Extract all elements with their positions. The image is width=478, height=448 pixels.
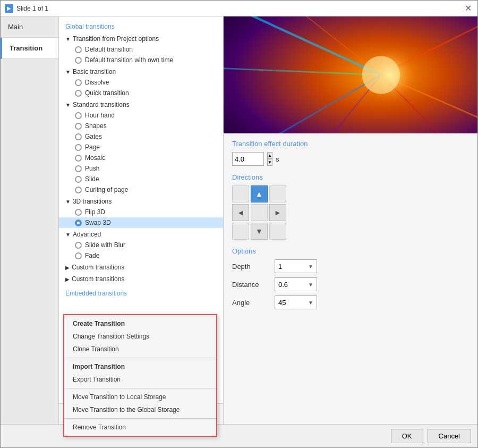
angle-select[interactable]: 45 ▼ [275,295,317,309]
duration-label: Transition effect duration [232,140,469,148]
depth-label: Depth [232,263,269,271]
arrow-icon: ▼ [65,199,71,205]
depth-select[interactable]: 1 ▼ [275,259,317,273]
context-menu-clone[interactable]: Clone Transition [64,343,216,356]
dir-btn-empty-bottomleft [232,223,249,240]
close-button[interactable]: ✕ [463,3,473,14]
tree-group-header-custom2[interactable]: ▶ Custom transitions [59,274,223,284]
spinner-buttons: ▲ ▼ [267,152,272,166]
spinner-up-button[interactable]: ▲ [267,152,272,159]
dir-btn-left[interactable]: ◄ [232,204,249,221]
preview-image [224,16,477,133]
radio-quick [75,90,82,97]
tree-group-header-basic[interactable]: ▼ Basic transition [59,66,223,77]
context-menu-export[interactable]: Export Transition [64,373,216,386]
tree-group-standard: ▼ Standard transitions Hour hand Shapes … [59,99,223,195]
context-menu-import[interactable]: Import Transition [64,360,216,373]
angle-arrow-icon: ▼ [308,300,313,306]
spinner-down-button[interactable]: ▼ [267,159,272,166]
context-menu-change-settings[interactable]: Change Transition Settings [64,330,216,343]
radio-hour-hand [75,112,82,119]
option-row-angle: Angle 45 ▼ [232,295,469,309]
separator-3 [64,418,216,419]
radio-page [75,144,82,151]
tree-item-quick[interactable]: Quick transition [59,88,223,98]
option-row-distance: Distance 0.6 ▼ [232,277,469,291]
titlebar-left: ▶ Slide 1 of 1 [5,4,48,13]
radio-mosaic [75,155,82,162]
tree-group-header-standard[interactable]: ▼ Standard transitions [59,99,223,110]
embedded-transitions-label: Embedded transitions [59,288,223,299]
tree-item-hour-hand[interactable]: Hour hand [59,110,223,121]
settings-area: Transition effect duration 4.0 ▲ ▼ s Dir… [224,133,477,424]
radio-default-own-time [75,57,82,64]
sidebar-tab-main[interactable]: Main [1,16,58,38]
separator-2 [64,388,216,388]
tree-item-flip3d[interactable]: Flip 3D [59,207,223,217]
options-section: Options Depth 1 ▼ Distance 0.6 ▼ [232,247,469,309]
left-panel: Global transitions ▼ Transition from Pro… [59,16,224,424]
tree-item-swap3d[interactable]: Swap 3D [59,217,223,228]
distance-arrow-icon: ▼ [308,282,313,288]
cancel-button[interactable]: Cancel [428,429,471,443]
tree-item-page[interactable]: Page [59,142,223,153]
svg-point-10 [362,56,400,94]
arrow-icon: ▼ [65,102,71,108]
tree-item-dissolve[interactable]: Dissolve [59,77,223,88]
directions-section: Directions ▲ ◄ ► ▼ [232,173,469,240]
dir-btn-right[interactable]: ► [269,204,286,221]
tree-item-curling[interactable]: Curling of page [59,184,223,195]
tree-group-basic: ▼ Basic transition Dissolve Quick transi… [59,66,223,98]
radio-dissolve [75,79,82,86]
tree-item-gates[interactable]: Gates [59,131,223,142]
context-menu-move-global[interactable]: Move Transition to the Global Storage [64,403,216,416]
tree-group-header-from-project[interactable]: ▼ Transition from Project options [59,33,223,44]
ok-button[interactable]: OK [391,429,423,443]
arrow-icon: ▼ [65,232,71,238]
radio-gates [75,133,82,140]
distance-label: Distance [232,281,269,289]
tree-group-header-advanced[interactable]: ▼ Advanced [59,229,223,240]
radio-fade [75,252,82,259]
duration-row: 4.0 ▲ ▼ s [232,152,469,166]
dir-btn-empty-topleft [232,185,249,202]
tree-item-slide-blur[interactable]: Slide with Blur [59,240,223,250]
separator-1 [64,358,216,358]
dir-btn-up[interactable]: ▲ [251,185,268,202]
window-title: Slide 1 of 1 [16,5,48,12]
directions-grid: ▲ ◄ ► ▼ [232,185,286,240]
options-label: Options [232,247,469,255]
radio-push [75,165,82,172]
context-menu-create[interactable]: Create Transition [64,317,216,330]
tree-group-header-3d[interactable]: ▼ 3D transitions [59,196,223,207]
tree-item-fade[interactable]: Fade [59,250,223,261]
tree-item-default-own-time[interactable]: Default transition with own time [59,55,223,65]
duration-input: 4.0 [232,152,264,166]
context-menu: Create Transition Change Transition Sett… [63,314,217,424]
tree-item-push[interactable]: Push [59,163,223,174]
radio-swap3d [75,219,82,226]
sidebar-tabs: Main Transition [1,16,59,424]
radio-flip3d [75,209,82,216]
titlebar: ▶ Slide 1 of 1 ✕ [1,1,477,16]
tree-group-header-custom1[interactable]: ▶ Custom transitions [59,262,223,273]
tree-item-slide[interactable]: Slide [59,174,223,184]
tree-item-default[interactable]: Default transition [59,44,223,55]
sidebar-tab-transition[interactable]: Transition [1,38,58,59]
arrow-icon: ▼ [65,36,71,42]
dir-btn-empty-topright [269,185,286,202]
dir-btn-down[interactable]: ▼ [251,223,268,240]
arrow-icon: ▶ [65,276,70,282]
global-transitions-label: Global transitions [59,21,223,32]
app-icon: ▶ [5,4,13,13]
distance-select[interactable]: 0.6 ▼ [275,277,317,291]
main-window: ▶ Slide 1 of 1 ✕ Main Transition Global … [0,0,478,448]
tree-item-shapes[interactable]: Shapes [59,121,223,131]
option-row-depth: Depth 1 ▼ [232,259,469,273]
tree-item-mosaic[interactable]: Mosaic [59,153,223,163]
context-menu-remove[interactable]: Remove Transition [64,421,216,424]
radio-default [75,46,82,53]
directions-label: Directions [232,173,469,181]
tree-group-advanced: ▼ Advanced Slide with Blur Fade [59,229,223,261]
context-menu-move-local[interactable]: Move Transition to Local Storage [64,391,216,403]
